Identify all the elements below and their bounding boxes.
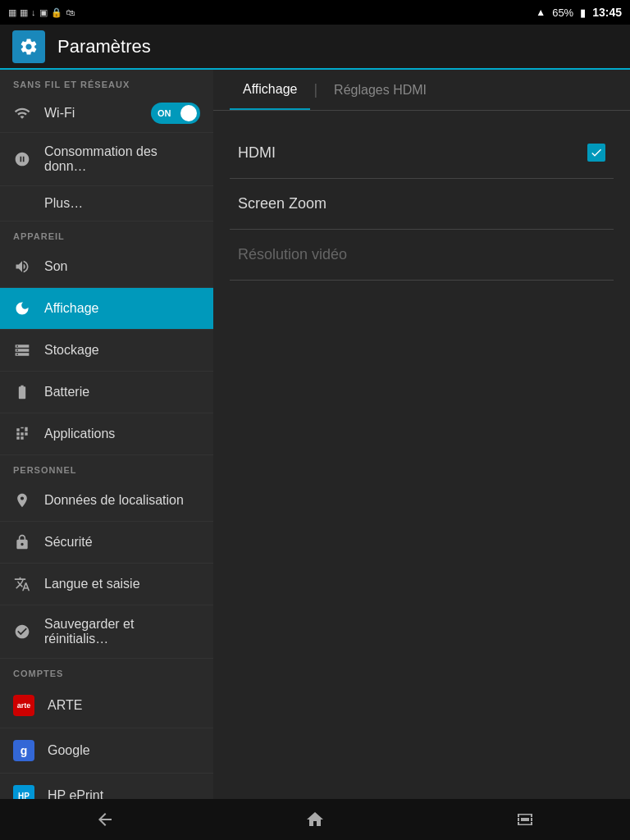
battery-svg [14,384,30,400]
bottom-nav-bar [0,799,630,840]
resolution-label: Résolution vidéo [238,246,347,263]
arte-icon-label: arte [17,701,31,710]
tab-affichage[interactable]: Affichage [230,71,310,110]
data-label: Consommation des donn… [44,144,200,174]
security-svg [14,534,30,550]
storage-svg [14,342,30,358]
securite-label: Sécurité [44,535,93,550]
sidebar-item-google[interactable]: g Google [0,728,213,774]
sidebar-item-sauvegarde[interactable]: Sauvegarder et réinitialis… [0,605,213,659]
screen-zoom-label: Screen Zoom [238,195,326,212]
page-title: Paramètres [57,36,151,57]
home-button[interactable] [290,803,340,836]
tab-bar: Affichage | Réglages HDMI [213,70,630,111]
battery-icon [13,383,31,401]
hp-icon-label: HP [18,792,30,800]
google-icon: g [13,740,34,761]
content-panel: HDMI Screen Zoom Résolution vidéo [213,111,630,799]
sidebar-item-plus[interactable]: Plus… [0,186,213,221]
sidebar-item-batterie[interactable]: Batterie [0,372,213,413]
sidebar: SANS FIL ET RÉSEAUX Wi-Fi ON Consommatio… [0,70,213,799]
affichage-label: Affichage [44,301,98,316]
storage-icon [13,341,31,359]
apps-svg [14,426,30,442]
sidebar-item-arte[interactable]: arte ARTE [0,683,213,728]
content-area: Affichage | Réglages HDMI HDMI Screen Zo… [213,70,630,799]
language-icon [13,575,31,593]
sidebar-item-localisation[interactable]: Données de localisation [0,480,213,522]
bag-icon: 🛍 [66,7,75,17]
content-row-screen-zoom[interactable]: Screen Zoom [230,179,614,229]
sauvegarde-label: Sauvegarder et réinitialis… [44,617,200,646]
applications-label: Applications [44,427,115,441]
sidebar-item-affichage[interactable]: Affichage [0,288,213,330]
recents-button[interactable] [500,803,550,836]
recents-icon [515,810,535,829]
plus-label: Plus… [44,196,83,211]
content-row-hdmi[interactable]: HDMI [230,127,614,178]
content-row-resolution: Résolution vidéo [230,230,614,280]
volume-svg [14,258,30,275]
language-svg [14,576,30,592]
back-icon [95,810,115,829]
data-usage-icon [13,150,31,168]
google-label: Google [48,743,90,758]
wifi-svg [14,105,30,121]
section-header-personnel: PERSONNEL [0,455,213,480]
location-svg [14,492,30,509]
battery-icon: ▮ [580,7,586,19]
sidebar-item-hpeprint[interactable]: HP HP ePrint [0,774,213,799]
checkmark-icon [590,146,603,159]
sim-icon: ▦ [8,7,16,18]
app-icon [12,30,45,63]
sidebar-item-applications[interactable]: Applications [0,413,213,455]
arte-label: ARTE [48,698,82,713]
wifi-toggle[interactable]: ON [151,103,200,124]
status-bar: ▦ ▦ ↓ ▣ 🔒 🛍 ▲ 65% ▮ 13:45 [0,0,630,25]
son-label: Son [44,259,67,274]
stockage-label: Stockage [44,343,99,358]
hp-icon: HP [13,785,34,799]
toggle-on-label: ON [158,108,171,118]
battery-percentage: 65% [552,7,573,19]
backup-icon [13,623,31,641]
lock-icon: 🔒 [51,7,62,18]
wifi-status-icon: ▲ [536,7,546,18]
sidebar-item-son[interactable]: Son [0,246,213,288]
photo-icon: ▣ [39,7,48,18]
sim2-icon: ▦ [20,7,28,18]
hdmi-label: HDMI [238,144,276,162]
section-header-device: APPAREIL [0,221,213,246]
wifi-icon [13,104,31,122]
section-header-network: SANS FIL ET RÉSEAUX [0,70,213,94]
localisation-label: Données de localisation [44,493,184,508]
sidebar-item-wifi[interactable]: Wi-Fi ON [0,94,213,133]
tab-reglages-hdmi[interactable]: Réglages HDMI [321,71,440,109]
divider-3 [230,280,614,281]
back-button[interactable] [80,803,130,836]
wifi-label: Wi-Fi [44,106,138,121]
main-layout: SANS FIL ET RÉSEAUX Wi-Fi ON Consommatio… [0,70,630,799]
volume-icon [13,258,31,276]
hdmi-checkbox[interactable] [587,144,605,162]
toggle-knob [180,105,197,121]
tab-separator: | [310,81,321,98]
sidebar-item-stockage[interactable]: Stockage [0,330,213,372]
status-right-info: ▲ 65% ▮ 13:45 [536,6,622,19]
title-bar: Paramètres [0,25,630,70]
clock-time: 13:45 [592,6,622,19]
data-icon-svg [14,151,30,167]
display-icon [13,299,31,317]
sidebar-item-data[interactable]: Consommation des donn… [0,133,213,186]
arte-icon: arte [13,695,34,716]
sidebar-item-securite[interactable]: Sécurité [0,522,213,564]
settings-gear-icon [19,37,39,57]
display-svg [14,300,30,317]
download-icon: ↓ [31,7,36,17]
status-left-icons: ▦ ▦ ↓ ▣ 🔒 🛍 [8,7,75,18]
security-icon [13,533,31,551]
langue-label: Langue et saisie [44,577,140,591]
sidebar-item-langue[interactable]: Langue et saisie [0,564,213,605]
apps-icon [13,425,31,443]
location-icon [13,491,31,509]
